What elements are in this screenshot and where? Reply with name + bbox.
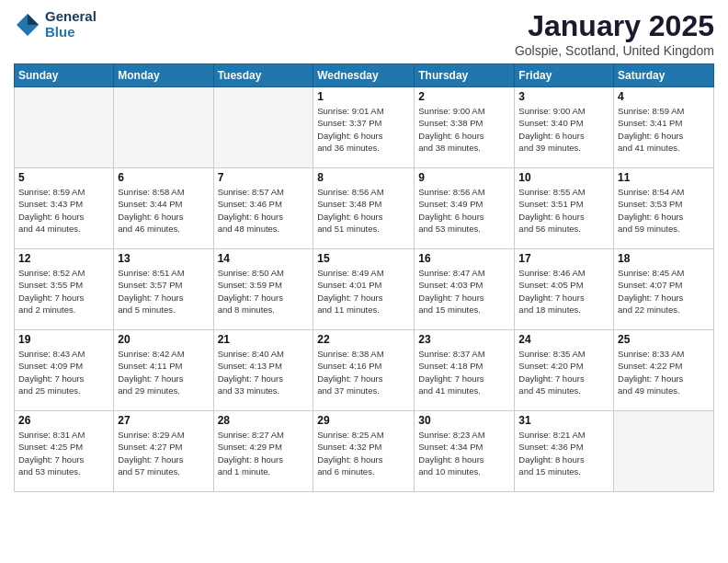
calendar-cell: 12Sunrise: 8:52 AM Sunset: 3:55 PM Dayli… bbox=[15, 249, 114, 330]
day-info: Sunrise: 8:31 AM Sunset: 4:25 PM Dayligh… bbox=[18, 429, 109, 477]
calendar-cell bbox=[114, 87, 213, 168]
day-info: Sunrise: 8:42 AM Sunset: 4:11 PM Dayligh… bbox=[118, 348, 209, 396]
calendar-cell: 6Sunrise: 8:58 AM Sunset: 3:44 PM Daylig… bbox=[114, 168, 213, 249]
day-number: 10 bbox=[518, 171, 609, 184]
calendar-cell: 28Sunrise: 8:27 AM Sunset: 4:29 PM Dayli… bbox=[213, 411, 313, 492]
day-info: Sunrise: 8:45 AM Sunset: 4:07 PM Dayligh… bbox=[618, 267, 710, 316]
day-info: Sunrise: 8:54 AM Sunset: 3:53 PM Dayligh… bbox=[618, 186, 710, 235]
day-info: Sunrise: 8:23 AM Sunset: 4:34 PM Dayligh… bbox=[418, 429, 510, 477]
week-row-5: 26Sunrise: 8:31 AM Sunset: 4:25 PM Dayli… bbox=[15, 411, 714, 492]
calendar-cell: 16Sunrise: 8:47 AM Sunset: 4:03 PM Dayli… bbox=[415, 249, 515, 330]
calendar-cell: 13Sunrise: 8:51 AM Sunset: 3:57 PM Dayli… bbox=[114, 249, 213, 330]
calendar-cell: 26Sunrise: 8:31 AM Sunset: 4:25 PM Dayli… bbox=[15, 411, 114, 492]
calendar-cell: 11Sunrise: 8:54 AM Sunset: 3:53 PM Dayli… bbox=[614, 168, 714, 249]
calendar-cell: 14Sunrise: 8:50 AM Sunset: 3:59 PM Dayli… bbox=[213, 249, 313, 330]
day-info: Sunrise: 9:01 AM Sunset: 3:37 PM Dayligh… bbox=[317, 105, 410, 154]
day-number: 23 bbox=[418, 333, 510, 346]
day-info: Sunrise: 9:00 AM Sunset: 3:38 PM Dayligh… bbox=[418, 105, 510, 154]
day-info: Sunrise: 8:59 AM Sunset: 3:41 PM Dayligh… bbox=[618, 105, 710, 154]
calendar-cell: 2Sunrise: 9:00 AM Sunset: 3:38 PM Daylig… bbox=[415, 87, 515, 168]
calendar-cell: 20Sunrise: 8:42 AM Sunset: 4:11 PM Dayli… bbox=[114, 330, 213, 411]
day-info: Sunrise: 8:57 AM Sunset: 3:46 PM Dayligh… bbox=[218, 186, 310, 235]
day-info: Sunrise: 8:38 AM Sunset: 4:16 PM Dayligh… bbox=[317, 348, 410, 396]
calendar-cell: 9Sunrise: 8:56 AM Sunset: 3:49 PM Daylig… bbox=[415, 168, 515, 249]
calendar-cell: 31Sunrise: 8:21 AM Sunset: 4:36 PM Dayli… bbox=[515, 411, 614, 492]
day-info: Sunrise: 8:21 AM Sunset: 4:36 PM Dayligh… bbox=[518, 429, 609, 477]
day-info: Sunrise: 8:47 AM Sunset: 4:03 PM Dayligh… bbox=[418, 267, 510, 316]
day-number: 12 bbox=[18, 252, 109, 265]
calendar-cell: 25Sunrise: 8:33 AM Sunset: 4:22 PM Dayli… bbox=[614, 330, 714, 411]
calendar-cell: 19Sunrise: 8:43 AM Sunset: 4:09 PM Dayli… bbox=[15, 330, 114, 411]
calendar-cell: 27Sunrise: 8:29 AM Sunset: 4:27 PM Dayli… bbox=[114, 411, 213, 492]
calendar-cell: 30Sunrise: 8:23 AM Sunset: 4:34 PM Dayli… bbox=[415, 411, 515, 492]
weekday-header-saturday: Saturday bbox=[614, 64, 714, 87]
weekday-header-monday: Monday bbox=[114, 64, 213, 87]
day-info: Sunrise: 8:55 AM Sunset: 3:51 PM Dayligh… bbox=[518, 186, 609, 235]
calendar-cell bbox=[213, 87, 313, 168]
day-number: 6 bbox=[118, 171, 209, 184]
day-number: 21 bbox=[218, 333, 310, 346]
weekday-header-wednesday: Wednesday bbox=[313, 64, 415, 87]
week-row-3: 12Sunrise: 8:52 AM Sunset: 3:55 PM Dayli… bbox=[15, 249, 714, 330]
calendar-cell: 29Sunrise: 8:25 AM Sunset: 4:32 PM Dayli… bbox=[313, 411, 415, 492]
calendar-cell bbox=[15, 87, 114, 168]
weekday-header-friday: Friday bbox=[515, 64, 614, 87]
day-number: 31 bbox=[518, 414, 609, 427]
day-info: Sunrise: 8:40 AM Sunset: 4:13 PM Dayligh… bbox=[218, 348, 310, 396]
header: General Blue January 2025 Golspie, Scotl… bbox=[14, 9, 714, 58]
day-info: Sunrise: 8:56 AM Sunset: 3:49 PM Dayligh… bbox=[418, 186, 510, 235]
day-number: 9 bbox=[418, 171, 510, 184]
day-info: Sunrise: 8:25 AM Sunset: 4:32 PM Dayligh… bbox=[317, 429, 410, 477]
day-number: 4 bbox=[618, 90, 710, 103]
day-info: Sunrise: 8:27 AM Sunset: 4:29 PM Dayligh… bbox=[218, 429, 310, 477]
weekday-header-tuesday: Tuesday bbox=[213, 64, 313, 87]
day-number: 13 bbox=[118, 252, 209, 265]
day-info: Sunrise: 8:43 AM Sunset: 4:09 PM Dayligh… bbox=[18, 348, 109, 396]
calendar-cell: 23Sunrise: 8:37 AM Sunset: 4:18 PM Dayli… bbox=[415, 330, 515, 411]
day-number: 18 bbox=[618, 252, 710, 265]
calendar-cell: 7Sunrise: 8:57 AM Sunset: 3:46 PM Daylig… bbox=[213, 168, 313, 249]
calendar-cell: 21Sunrise: 8:40 AM Sunset: 4:13 PM Dayli… bbox=[213, 330, 313, 411]
month-title: January 2025 bbox=[515, 9, 714, 43]
logo-general: General bbox=[45, 8, 97, 24]
calendar-cell: 18Sunrise: 8:45 AM Sunset: 4:07 PM Dayli… bbox=[614, 249, 714, 330]
calendar-cell: 24Sunrise: 8:35 AM Sunset: 4:20 PM Dayli… bbox=[515, 330, 614, 411]
day-number: 2 bbox=[418, 90, 510, 103]
day-number: 5 bbox=[18, 171, 109, 184]
day-number: 30 bbox=[418, 414, 510, 427]
day-info: Sunrise: 8:59 AM Sunset: 3:43 PM Dayligh… bbox=[18, 186, 109, 235]
calendar-cell: 17Sunrise: 8:46 AM Sunset: 4:05 PM Dayli… bbox=[515, 249, 614, 330]
day-info: Sunrise: 8:29 AM Sunset: 4:27 PM Dayligh… bbox=[118, 429, 209, 477]
day-number: 1 bbox=[317, 90, 410, 103]
page-container: General Blue January 2025 Golspie, Scotl… bbox=[0, 0, 728, 563]
day-number: 27 bbox=[118, 414, 209, 427]
day-number: 7 bbox=[218, 171, 310, 184]
day-number: 11 bbox=[618, 171, 710, 184]
weekday-header-row: SundayMondayTuesdayWednesdayThursdayFrid… bbox=[15, 64, 714, 87]
day-number: 28 bbox=[218, 414, 310, 427]
calendar-cell: 1Sunrise: 9:01 AM Sunset: 3:37 PM Daylig… bbox=[313, 87, 415, 168]
calendar-table: SundayMondayTuesdayWednesdayThursdayFrid… bbox=[14, 63, 714, 492]
day-number: 19 bbox=[18, 333, 109, 346]
day-info: Sunrise: 8:37 AM Sunset: 4:18 PM Dayligh… bbox=[418, 348, 510, 396]
day-info: Sunrise: 9:00 AM Sunset: 3:40 PM Dayligh… bbox=[518, 105, 609, 154]
day-info: Sunrise: 8:58 AM Sunset: 3:44 PM Dayligh… bbox=[118, 186, 209, 235]
day-number: 29 bbox=[317, 414, 410, 427]
title-block: January 2025 Golspie, Scotland, United K… bbox=[515, 9, 714, 58]
day-number: 22 bbox=[317, 333, 410, 346]
day-number: 17 bbox=[518, 252, 609, 265]
day-info: Sunrise: 8:52 AM Sunset: 3:55 PM Dayligh… bbox=[18, 267, 109, 316]
day-number: 20 bbox=[118, 333, 209, 346]
calendar-cell bbox=[614, 411, 714, 492]
week-row-1: 1Sunrise: 9:01 AM Sunset: 3:37 PM Daylig… bbox=[15, 87, 714, 168]
calendar-cell: 15Sunrise: 8:49 AM Sunset: 4:01 PM Dayli… bbox=[313, 249, 415, 330]
day-info: Sunrise: 8:46 AM Sunset: 4:05 PM Dayligh… bbox=[518, 267, 609, 316]
calendar-cell: 3Sunrise: 9:00 AM Sunset: 3:40 PM Daylig… bbox=[515, 87, 614, 168]
day-number: 26 bbox=[18, 414, 109, 427]
calendar-cell: 10Sunrise: 8:55 AM Sunset: 3:51 PM Dayli… bbox=[515, 168, 614, 249]
week-row-2: 5Sunrise: 8:59 AM Sunset: 3:43 PM Daylig… bbox=[15, 168, 714, 249]
day-info: Sunrise: 8:50 AM Sunset: 3:59 PM Dayligh… bbox=[218, 267, 310, 316]
week-row-4: 19Sunrise: 8:43 AM Sunset: 4:09 PM Dayli… bbox=[15, 330, 714, 411]
calendar-cell: 8Sunrise: 8:56 AM Sunset: 3:48 PM Daylig… bbox=[313, 168, 415, 249]
location: Golspie, Scotland, United Kingdom bbox=[515, 43, 714, 58]
